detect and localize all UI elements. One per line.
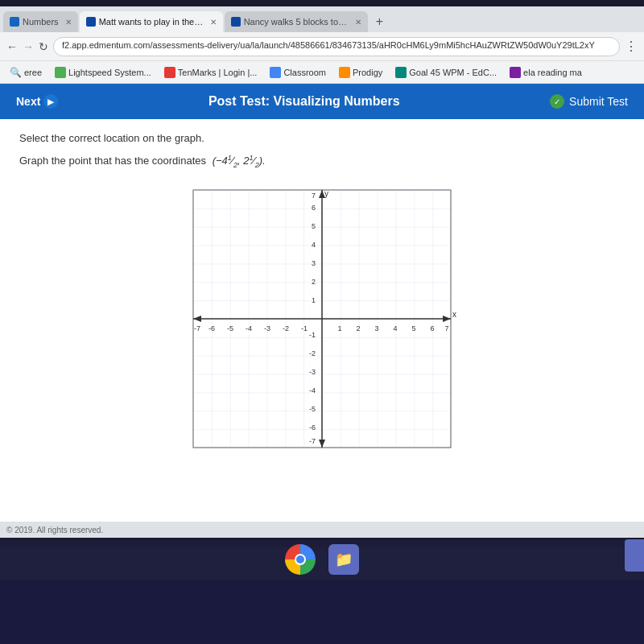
eree-icon: 🔍 — [10, 67, 22, 78]
coordinates-display: (−41⁄2, 21⁄2). — [213, 155, 266, 167]
goal-icon — [395, 67, 407, 78]
files-icon-symbol: 📁 — [335, 551, 353, 568]
y-label-neg7: -7 — [309, 437, 316, 445]
tab-numbers-label: Numbers — [23, 17, 59, 27]
x-label-neg2: -2 — [283, 324, 289, 332]
submit-label: Submit Test — [569, 95, 628, 108]
y-label-4: 4 — [312, 241, 316, 249]
back-button[interactable]: ← — [6, 40, 18, 53]
test-toolbar: Next ▶ Post Test: Visualizing Numbers ✓ … — [0, 84, 644, 119]
bottom-strip — [0, 580, 644, 644]
chrome-taskbar-icon[interactable] — [285, 544, 316, 575]
chrome-inner-circle — [295, 554, 306, 565]
y-label-neg3: -3 — [309, 368, 316, 376]
classroom-icon — [270, 67, 281, 78]
y-label-neg2: -2 — [309, 349, 316, 357]
tab-nancy-close[interactable]: ✕ — [355, 18, 361, 27]
eree-label: eree — [24, 68, 42, 77]
problem-text: Graph the point that has the coordinates… — [19, 154, 625, 169]
taskbar: 📁 — [0, 539, 644, 580]
lightspeed-label: Lightspeed System... — [68, 68, 151, 77]
goal-label: Goal 45 WPM - EdC... — [409, 68, 497, 77]
x-label-neg6: -6 — [208, 324, 215, 332]
bookmark-lightspeed[interactable]: Lightspeed System... — [52, 65, 155, 80]
files-taskbar-icon[interactable]: 📁 — [328, 544, 359, 575]
y-label-neg4: -4 — [309, 386, 316, 394]
classroom-label: Classroom — [283, 68, 326, 77]
address-bar: ← → ↻ f2.app.edmentum.com/assessments-de… — [0, 32, 644, 61]
y-label-neg5: -5 — [309, 405, 316, 413]
tab-numbers-close[interactable]: ✕ — [65, 18, 72, 27]
instruction-text: Select the correct location on the graph… — [19, 132, 625, 144]
tab-matt[interactable]: Matt wants to play in the sand p ✕ — [80, 11, 223, 32]
graph-container[interactable]: 1 2 3 4 5 6 7 -1 -2 -3 -4 -5 -6 -7 1 2 3… — [19, 182, 625, 456]
y-label-2: 2 — [312, 278, 316, 286]
forward-button[interactable]: → — [23, 40, 34, 53]
bookmark-ela[interactable]: ela reading ma — [506, 65, 585, 80]
tab-matt-label: Matt wants to play in the sand p — [99, 17, 204, 27]
x-label-7: 7 — [444, 324, 448, 332]
prodigy-icon — [339, 67, 350, 78]
corner-button[interactable] — [625, 539, 644, 572]
x-axis-label: x — [452, 310, 456, 319]
x-label-1: 1 — [337, 324, 341, 332]
tab-nancy-icon — [231, 17, 241, 27]
x-label-neg7: -7 — [194, 324, 200, 332]
submit-button[interactable]: ✓ Submit Test — [543, 89, 634, 114]
y-label-5: 5 — [312, 222, 316, 230]
ela-icon — [510, 67, 521, 78]
bookmarks-bar: 🔍 eree Lightspeed System... TenMarks | L… — [0, 61, 644, 84]
bookmark-classroom[interactable]: Classroom — [266, 65, 329, 80]
coordinate-graph[interactable]: 1 2 3 4 5 6 7 -1 -2 -3 -4 -5 -6 -7 1 2 3… — [185, 182, 459, 456]
ela-label: ela reading ma — [523, 68, 582, 77]
y-label-1: 1 — [312, 296, 316, 304]
tab-numbers[interactable]: Numbers ✕ — [3, 11, 78, 32]
tab-matt-close[interactable]: ✕ — [210, 18, 217, 27]
content-area: Select the correct location on the graph… — [0, 119, 644, 522]
tab-nancy[interactable]: Nancy walks 5 blocks to the righ ✕ — [225, 11, 368, 32]
next-label: Next — [16, 95, 40, 108]
x-label-6: 6 — [430, 324, 434, 332]
menu-button[interactable]: ⋮ — [625, 39, 638, 54]
x-label-neg1: -1 — [301, 324, 308, 332]
reload-button[interactable]: ↻ — [39, 40, 48, 53]
lightspeed-icon — [55, 67, 66, 78]
test-title: Post Test: Visualizing Numbers — [64, 94, 543, 109]
tenmarks-label: TenMarks | Login |... — [178, 68, 258, 77]
tab-bar: Numbers ✕ Matt wants to play in the sand… — [0, 6, 644, 32]
tab-matt-icon — [86, 17, 96, 27]
tab-numbers-icon — [10, 17, 19, 27]
bookmark-goal[interactable]: Goal 45 WPM - EdC... — [392, 65, 500, 80]
y-axis-label: y — [324, 189, 328, 198]
submit-icon: ✓ — [550, 94, 564, 109]
footer-bar: © 2019. All rights reserved. — [0, 522, 644, 538]
browser-window: Numbers ✕ Matt wants to play in the sand… — [0, 6, 644, 538]
next-icon: ▶ — [43, 94, 58, 109]
x-label-neg5: -5 — [227, 324, 233, 332]
y-label-6: 6 — [312, 204, 316, 212]
new-tab-button[interactable]: + — [369, 11, 390, 32]
tab-nancy-label: Nancy walks 5 blocks to the righ — [244, 17, 349, 27]
bookmark-eree[interactable]: 🔍 eree — [6, 65, 45, 80]
copyright-text: © 2019. All rights reserved. — [6, 526, 103, 535]
x-label-4: 4 — [393, 324, 397, 332]
x-label-3: 3 — [374, 324, 378, 332]
x-label-neg3: -3 — [264, 324, 270, 332]
x-label-5: 5 — [411, 324, 415, 332]
url-input[interactable]: f2.app.edmentum.com/assessments-delivery… — [53, 37, 620, 56]
bookmark-prodigy[interactable]: Prodigy — [336, 65, 386, 80]
y-label-neg6: -6 — [309, 423, 316, 431]
x-label-neg4: -4 — [246, 324, 252, 332]
next-button[interactable]: Next ▶ — [10, 89, 64, 114]
x-label-2: 2 — [356, 324, 360, 332]
y-label-7: 7 — [312, 192, 316, 200]
problem-label: Graph the point that has the coordinates — [19, 155, 206, 167]
bookmark-tenmarks[interactable]: TenMarks | Login |... — [161, 65, 261, 80]
prodigy-label: Prodigy — [353, 68, 382, 77]
tenmarks-icon — [164, 67, 175, 78]
y-label-3: 3 — [312, 259, 316, 267]
y-label-neg1: -1 — [309, 331, 316, 339]
